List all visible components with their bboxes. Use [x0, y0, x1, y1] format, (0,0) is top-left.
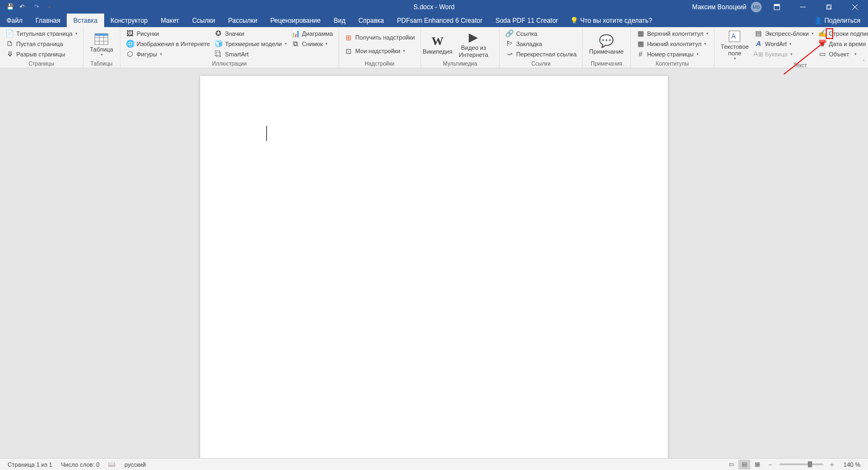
group-addins: ⊞Получить надстройки ⊡Мои надстройки▾ На…	[339, 27, 421, 68]
share-button[interactable]: 👤 Поделиться	[807, 14, 868, 27]
tab-mailings[interactable]: Рассылки	[221, 14, 264, 27]
tell-me-search[interactable]: 💡 Что вы хотите сделать?	[570, 14, 653, 27]
zoom-out-button[interactable]: −	[764, 460, 776, 469]
quick-access-toolbar: 💾 ↶▾ ↷ ▾	[0, 1, 55, 13]
tab-review[interactable]: Рецензирование	[264, 14, 327, 27]
minimize-button[interactable]	[792, 0, 814, 14]
page-number-button[interactable]: #Номер страницы▾	[634, 49, 711, 59]
online-video-button[interactable]: ▶ Видео из Интернета	[451, 28, 496, 60]
maximize-button[interactable]	[818, 0, 840, 14]
group-media-label: Мультимедиа	[424, 60, 496, 68]
table-button[interactable]: Таблица ▾	[87, 28, 117, 60]
bookmark-icon: 🏳	[505, 40, 514, 48]
signature-line-button[interactable]: ✍Строки подписи▾	[816, 28, 868, 38]
textbox-button[interactable]: A Текстовое поле▾	[718, 28, 752, 62]
wikipedia-button[interactable]: W Википедия	[424, 28, 451, 60]
video-icon: ▶	[465, 30, 482, 44]
zoom-thumb[interactable]	[808, 461, 812, 467]
blank-page-icon: 🗋	[5, 40, 14, 48]
get-addins-button[interactable]: ⊞Получить надстройки	[342, 33, 417, 43]
group-comments: 💬 Примечание Примечания	[583, 27, 631, 68]
tab-references[interactable]: Ссылки	[186, 14, 221, 27]
shapes-button[interactable]: ⬡Фигуры▾	[124, 49, 212, 59]
page-break-button[interactable]: ⤋Разрыв страницы	[3, 49, 80, 59]
status-page[interactable]: Страница 1 из 1	[3, 461, 56, 468]
group-tables: Таблица ▾ Таблицы	[84, 27, 120, 68]
tab-insert[interactable]: Вставка	[67, 14, 104, 27]
qat-customize-button[interactable]: ▾	[43, 1, 55, 13]
crossref-button[interactable]: ⤻Перекрестная ссылка	[503, 49, 579, 59]
header-icon: ▦	[636, 29, 645, 38]
ribbon: 📄Титульная страница▾ 🗋Пустая страница ⤋Р…	[0, 27, 868, 68]
svg-rect-4	[827, 4, 832, 9]
undo-button[interactable]: ↶▾	[17, 1, 29, 13]
user-avatar[interactable]: МВ	[751, 2, 762, 12]
group-illustrations: 🖼Рисунки 🌐Изображения в Интернете ⬡Фигур…	[120, 27, 339, 68]
view-web-layout[interactable]: ▦	[751, 460, 763, 469]
view-read-mode[interactable]: ▭	[725, 460, 737, 469]
share-icon: 👤	[814, 17, 822, 24]
datetime-button[interactable]: 📅Дата и время	[816, 38, 868, 49]
annotation-highlight	[826, 28, 833, 39]
tab-layout[interactable]: Макет	[154, 14, 186, 27]
chevron-down-icon: ▾	[48, 4, 51, 10]
group-media: W Википедия ▶ Видео из Интернета Мультим…	[421, 27, 500, 68]
tab-help[interactable]: Справка	[352, 14, 391, 27]
smartart-button[interactable]: ⿻SmartArt	[212, 49, 289, 59]
my-addins-button[interactable]: ⊡Мои надстройки▾	[342, 46, 417, 56]
status-language[interactable]: русский	[120, 461, 150, 468]
zoom-slider[interactable]	[780, 463, 823, 465]
status-spellcheck[interactable]: 📖	[104, 461, 120, 468]
icons-icon: ✪	[214, 29, 223, 38]
wordart-button[interactable]: AWordArt▾	[752, 38, 816, 49]
save-icon: 💾	[7, 3, 14, 10]
zoom-in-button[interactable]: +	[826, 460, 838, 469]
redo-button[interactable]: ↷	[30, 1, 42, 13]
online-pictures-button[interactable]: 🌐Изображения в Интернете	[124, 38, 212, 49]
title-right: Максим Волоцкий МВ	[692, 0, 868, 14]
cover-page-button[interactable]: 📄Титульная страница▾	[3, 28, 80, 38]
ribbon-display-button[interactable]	[766, 0, 788, 14]
user-name[interactable]: Максим Волоцкий	[692, 3, 746, 11]
icons-button[interactable]: ✪Значки	[212, 28, 289, 38]
chart-button[interactable]: 📊Диаграмма	[289, 28, 335, 38]
tab-home[interactable]: Главная	[29, 14, 67, 27]
blank-page-button[interactable]: 🗋Пустая страница	[3, 38, 80, 49]
svg-rect-1	[774, 4, 780, 6]
screenshot-button[interactable]: ⧉Снимок▾	[289, 38, 335, 49]
view-print-layout[interactable]: ▤	[738, 460, 750, 469]
tab-file[interactable]: Файл	[0, 14, 29, 27]
pictures-icon: 🖼	[126, 29, 135, 38]
cover-page-icon: 📄	[5, 29, 14, 38]
zoom-level[interactable]: 140 %	[839, 461, 865, 468]
tab-sodapdf[interactable]: Soda PDF 11 Creator	[489, 14, 564, 27]
bookmark-button[interactable]: 🏳Закладка	[503, 38, 579, 49]
comment-icon: 💬	[598, 34, 615, 48]
collapse-ribbon-button[interactable]: ˆ	[863, 60, 865, 66]
document-page[interactable]	[200, 76, 668, 458]
object-button[interactable]: ▭Объект▾	[816, 49, 868, 59]
pictures-button[interactable]: 🖼Рисунки	[124, 28, 212, 38]
save-button[interactable]: 💾	[4, 1, 16, 13]
object-icon: ▭	[818, 50, 827, 59]
link-button[interactable]: 🔗Ссылка	[503, 28, 579, 38]
page-break-icon: ⤋	[5, 50, 14, 59]
footer-button[interactable]: ▦Нижний колонтитул▾	[634, 38, 711, 49]
maximize-icon	[826, 4, 832, 10]
tab-view[interactable]: Вид	[327, 14, 352, 27]
3d-models-button[interactable]: 🧊Трехмерные модели▾	[212, 38, 289, 49]
quickparts-button[interactable]: ▤Экспресс-блоки▾	[752, 28, 816, 38]
dropcap-icon: A≣	[754, 50, 763, 59]
close-button[interactable]	[844, 0, 866, 14]
online-pictures-icon: 🌐	[126, 40, 135, 48]
tab-pdfsam[interactable]: PDFsam Enhanced 6 Creator	[391, 14, 489, 27]
status-word-count[interactable]: Число слов: 0	[56, 461, 104, 468]
my-addins-icon: ⊡	[344, 47, 353, 55]
header-button[interactable]: ▦Верхний колонтитул▾	[634, 28, 711, 38]
comment-button[interactable]: 💬 Примечание	[586, 28, 627, 60]
share-label: Поделиться	[825, 17, 860, 24]
document-area[interactable]	[0, 68, 868, 458]
tab-design[interactable]: Конструктор	[104, 14, 154, 27]
svg-rect-12	[95, 34, 108, 36]
quickparts-icon: ▤	[754, 29, 763, 38]
